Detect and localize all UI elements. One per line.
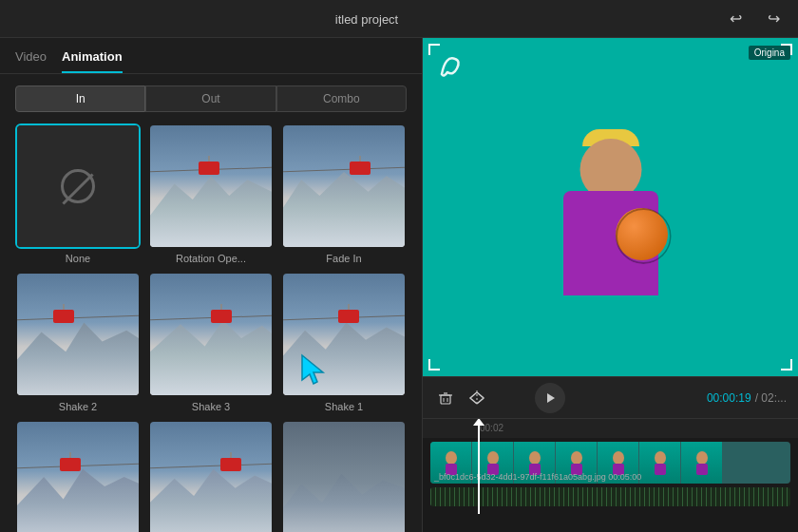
- gondola-5: [338, 310, 359, 323]
- delete-button[interactable]: [434, 387, 457, 409]
- gondola-4: [211, 310, 232, 323]
- animation-none-thumb: [15, 124, 141, 249]
- scene-mountain-7: [150, 422, 272, 532]
- left-panel: Video Animation In Out Combo None: [0, 38, 423, 532]
- sub-tab-out[interactable]: Out: [145, 86, 276, 112]
- animation-spin-left-thumb: [281, 420, 407, 532]
- gondola-2: [350, 162, 370, 175]
- gondola-3: [53, 310, 74, 323]
- mountains-1: [150, 168, 272, 247]
- corner-handle-br[interactable]: [781, 359, 792, 370]
- shake-1-inner: [283, 274, 405, 395]
- gondola-6: [60, 458, 81, 471]
- play-button[interactable]: [535, 383, 565, 413]
- animation-rotation-open[interactable]: Rotation Ope...: [148, 124, 274, 264]
- track-frame-7: [681, 442, 723, 484]
- rock-vertically-inner: [17, 422, 139, 532]
- sub-tabs: In Out Combo: [0, 74, 422, 124]
- scene-mountain-4: [150, 274, 272, 395]
- animation-fade-in-label: Fade In: [326, 253, 361, 264]
- tab-video[interactable]: Video: [15, 49, 47, 73]
- delete-icon: [438, 390, 453, 406]
- video-track[interactable]: _bf0c1dc6-5d32-4dd1-97df-f11f61a05abg.jp…: [430, 442, 790, 484]
- sub-tab-combo[interactable]: Combo: [276, 86, 407, 112]
- animation-shake-3[interactable]: Shake 3: [148, 272, 274, 412]
- tab-animation[interactable]: Animation: [62, 49, 123, 73]
- animation-shake-1-thumb: [281, 272, 407, 397]
- svg-point-12: [571, 451, 582, 465]
- scene-mountain-6: [17, 422, 139, 532]
- spin-left-inner: [283, 422, 405, 532]
- audio-track: [430, 487, 790, 506]
- animation-rotation-open-thumb: [148, 124, 274, 249]
- shake-3-inner: [150, 274, 272, 395]
- frame-icon-7: [688, 448, 716, 477]
- mirror-icon: [468, 390, 485, 406]
- animation-fade-in-thumb: [281, 124, 407, 249]
- animation-rock-vertically-thumb: [15, 420, 141, 532]
- time-separator: / 02:...: [755, 391, 787, 405]
- svg-point-16: [655, 451, 666, 465]
- timeline-playhead[interactable]: [478, 419, 480, 514]
- timeline: 00:02: [423, 418, 798, 532]
- svg-rect-17: [655, 464, 666, 475]
- person-body: [563, 191, 658, 295]
- rotation-open-inner: [150, 125, 272, 247]
- sub-tab-in[interactable]: In: [15, 86, 145, 112]
- animation-none-label: None: [66, 253, 90, 264]
- svg-point-10: [529, 451, 541, 465]
- animation-rock-vertically[interactable]: Rock Vertically: [15, 420, 141, 532]
- none-thumb-bg: [17, 125, 139, 247]
- logo-icon: [434, 48, 468, 82]
- play-icon: [544, 392, 556, 404]
- animation-fade-in[interactable]: Fade In: [281, 124, 407, 264]
- animation-rock-horizontally[interactable]: Rock Horizont...: [148, 420, 274, 532]
- track-filename-label: _bf0c1dc6-5d32-4dd1-97df-f11f61a05abg.jp…: [434, 472, 641, 482]
- no-icon: [61, 169, 95, 203]
- top-bar-center: itled project: [11, 10, 722, 28]
- redo-button[interactable]: ↪: [760, 6, 787, 32]
- corner-handle-bl[interactable]: [428, 359, 440, 370]
- svg-marker-5: [547, 393, 555, 403]
- playhead-marker: [473, 418, 484, 426]
- track-frame-6: [639, 442, 681, 484]
- controls-bar: 00:00:19 / 02:...: [423, 376, 798, 418]
- project-title: itled project: [335, 12, 398, 27]
- shake-2-inner: [17, 274, 139, 395]
- animation-shake-1[interactable]: Shake 1: [281, 272, 407, 412]
- fade-in-inner: [283, 125, 405, 247]
- time-current: 00:00:19: [707, 391, 751, 405]
- animation-none[interactable]: None: [15, 124, 141, 264]
- animations-grid: None Rotation Ope...: [0, 124, 422, 532]
- time-display-container: 00:00:19 / 02:...: [707, 391, 787, 405]
- frame-icon-6: [646, 448, 674, 477]
- animation-shake-2-label: Shake 2: [59, 401, 97, 412]
- gondola-1: [199, 162, 219, 175]
- mirror-button[interactable]: [465, 387, 489, 409]
- top-bar-right: ↩ ↪: [722, 6, 787, 32]
- animation-shake-2-thumb: [15, 272, 141, 397]
- person-figure: [506, 129, 715, 376]
- scene-mountain-1: [150, 125, 272, 247]
- mountains-4: [150, 316, 272, 395]
- cable-2: [283, 167, 405, 172]
- mountains-6: [17, 465, 139, 532]
- main-layout: Video Animation In Out Combo None: [0, 38, 798, 532]
- timeline-tracks: _bf0c1dc6-5d32-4dd1-97df-f11f61a05abg.jp…: [423, 438, 798, 510]
- mountains-8: [283, 465, 405, 532]
- animation-spin-left[interactable]: Spin Left: [281, 420, 407, 532]
- cable-7: [150, 464, 272, 468]
- svg-point-14: [613, 451, 624, 465]
- right-panel: Origina: [423, 38, 798, 532]
- rock-horizontally-inner: [150, 422, 272, 532]
- top-bar: itled project ↩ ↪: [0, 0, 798, 38]
- mountains-2: [283, 168, 405, 247]
- panel-tabs: Video Animation: [0, 38, 422, 74]
- preview-background: Origina: [423, 38, 798, 376]
- animation-shake-2[interactable]: Shake 2: [15, 272, 141, 412]
- basketball: [616, 208, 668, 260]
- animation-rock-horizontally-thumb: [148, 420, 274, 532]
- audio-waveform: [430, 487, 790, 506]
- animation-shake-3-thumb: [148, 272, 274, 397]
- undo-button[interactable]: ↩: [722, 6, 749, 32]
